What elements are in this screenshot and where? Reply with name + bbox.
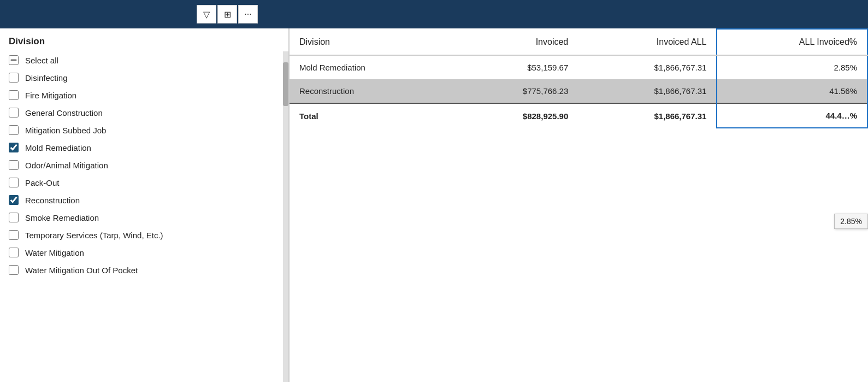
top-bar: ▽ ⊞ ··· (0, 0, 868, 28)
scroll-thumb[interactable] (283, 62, 288, 106)
panel-header: Division (0, 28, 288, 51)
checkbox-8[interactable] (9, 195, 19, 205)
filter-label-2: Fire Mitigation (25, 91, 76, 100)
filter-label-6: Odor/Animal Mitigation (25, 161, 108, 170)
more-button[interactable]: ··· (238, 5, 258, 23)
checkbox-6[interactable] (9, 160, 19, 170)
table-icon: ⊞ (224, 9, 231, 20)
col-header-division: Division (290, 29, 453, 55)
filter-item-fire-mitigation[interactable]: Fire Mitigation (9, 86, 288, 104)
data-table: Division Invoiced Invoiced ALL ALL Invoi… (290, 28, 868, 128)
filter-label-9: Smoke Remediation (25, 213, 99, 222)
cell-division-2: Total (290, 103, 453, 128)
filter-label-0: Select all (25, 56, 58, 65)
checkbox-12[interactable] (9, 265, 19, 275)
cell-invoiced-0: $53,159.67 (453, 55, 578, 79)
col-header-all-invoiced-pct: ALL Invoiced% (717, 29, 867, 55)
filter-item-general-construction[interactable]: General Construction (9, 104, 288, 121)
table-header-row: Division Invoiced Invoiced ALL ALL Invoi… (290, 29, 867, 55)
right-panel-wrapper: Division Invoiced Invoiced ALL ALL Invoi… (290, 28, 868, 382)
cell-invoiced-all-1: $1,866,767.31 (578, 79, 717, 103)
filter-icon: ▽ (203, 9, 210, 20)
main-area: Division Select allDisinfectingFire Miti… (0, 28, 868, 382)
col-header-invoiced: Invoiced (453, 29, 578, 55)
tooltip-popup: 2.85% (834, 214, 868, 229)
filter-item-temporary-services-tarp-wind-etc[interactable]: Temporary Services (Tarp, Wind, Etc.) (9, 226, 288, 244)
table-button[interactable]: ⊞ (217, 5, 237, 23)
cell-invoiced-1: $775,766.23 (453, 79, 578, 103)
cell-pct-2: 44.4…% (717, 103, 867, 128)
filter-item-pack-out[interactable]: Pack-Out (9, 174, 288, 191)
cell-invoiced-2: $828,925.90 (453, 103, 578, 128)
filter-item-water-mitigation-out-of-pocket[interactable]: Water Mitigation Out Of Pocket (9, 261, 288, 279)
cell-invoiced-all-0: $1,866,767.31 (578, 55, 717, 79)
more-icon: ··· (244, 9, 251, 19)
table-row: Mold Remediation$53,159.67$1,866,767.312… (290, 55, 867, 79)
filter-label-7: Pack-Out (25, 178, 60, 187)
table-row: Reconstruction$775,766.23$1,866,767.3141… (290, 79, 867, 103)
checkbox-0[interactable] (9, 55, 19, 65)
filter-item-smoke-remediation[interactable]: Smoke Remediation (9, 209, 288, 226)
scrollbar[interactable] (283, 51, 288, 382)
checkbox-3[interactable] (9, 108, 19, 117)
cell-division-0: Mold Remediation (290, 55, 453, 79)
filter-item-reconstruction[interactable]: Reconstruction (9, 191, 288, 209)
filter-label-3: General Construction (25, 108, 103, 117)
checkbox-2[interactable] (9, 90, 19, 100)
checkbox-11[interactable] (9, 248, 19, 257)
left-panel: Division Select allDisinfectingFire Miti… (0, 28, 290, 382)
filter-label-8: Reconstruction (25, 196, 80, 205)
checkbox-7[interactable] (9, 178, 19, 187)
cell-invoiced-all-2: $1,866,767.31 (578, 103, 717, 128)
filter-item-mold-remediation[interactable]: Mold Remediation (9, 139, 288, 156)
filter-list: Select allDisinfectingFire MitigationGen… (0, 51, 288, 382)
filter-item-mitigation-subbed-job[interactable]: Mitigation Subbed Job (9, 121, 288, 139)
filter-item-disinfecting[interactable]: Disinfecting (9, 69, 288, 86)
cell-division-1: Reconstruction (290, 79, 453, 103)
filter-label-12: Water Mitigation Out Of Pocket (25, 266, 138, 275)
filter-item-water-mitigation[interactable]: Water Mitigation (9, 244, 288, 261)
checkbox-9[interactable] (9, 213, 19, 222)
filter-label-11: Water Mitigation (25, 248, 84, 257)
cell-pct-0: 2.85% (717, 55, 867, 79)
filter-item-odoranimal-mitigation[interactable]: Odor/Animal Mitigation (9, 156, 288, 174)
cell-pct-1: 41.56% (717, 79, 867, 103)
checkbox-10[interactable] (9, 230, 19, 240)
filter-label-5: Mold Remediation (25, 143, 91, 152)
filter-label-4: Mitigation Subbed Job (25, 126, 106, 135)
filter-label-1: Disinfecting (25, 73, 68, 83)
filter-button[interactable]: ▽ (197, 5, 216, 23)
checkbox-1[interactable] (9, 73, 19, 83)
checkbox-5[interactable] (9, 143, 19, 152)
filter-label-10: Temporary Services (Tarp, Wind, Etc.) (25, 231, 163, 240)
filter-item-select-all[interactable]: Select all (9, 51, 288, 69)
table-row: Total$828,925.90$1,866,767.3144.4…% (290, 103, 867, 128)
col-header-invoiced-all: Invoiced ALL (578, 29, 717, 55)
right-panel: Division Invoiced Invoiced ALL ALL Invoi… (290, 28, 868, 128)
checkbox-4[interactable] (9, 125, 19, 135)
